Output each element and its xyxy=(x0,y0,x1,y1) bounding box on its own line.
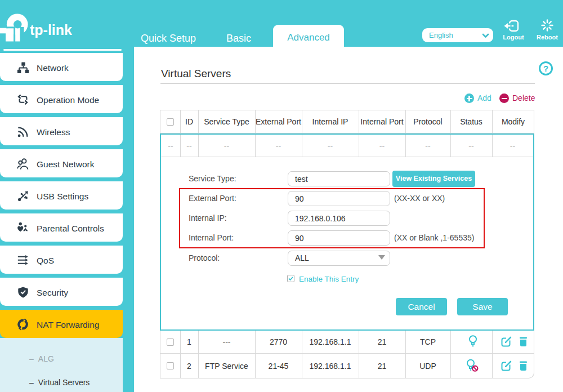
svg-text:tp-link: tp-link xyxy=(30,22,72,38)
